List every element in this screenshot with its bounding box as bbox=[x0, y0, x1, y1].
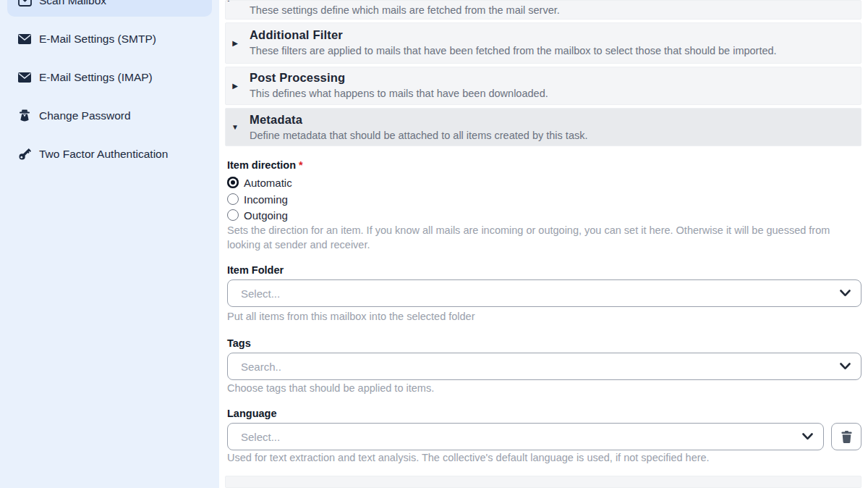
caret-down-icon bbox=[231, 124, 239, 131]
sidebar-item-label: Scan Mailbox bbox=[39, 0, 106, 7]
envelope-icon bbox=[17, 34, 32, 44]
clear-language-button[interactable] bbox=[831, 423, 861, 450]
caret-col bbox=[226, 1, 244, 19]
radio-label: Incoming bbox=[244, 193, 288, 206]
section-description: These settings define which mails are fe… bbox=[250, 3, 861, 17]
language-select[interactable]: Select... bbox=[227, 423, 824, 450]
mail-check-icon bbox=[17, 0, 32, 7]
caret-right-icon bbox=[228, 0, 234, 2]
section-post-processing[interactable]: Post Processing This defines what happen… bbox=[225, 67, 861, 105]
sidebar-item-label: Two Factor Authentication bbox=[39, 148, 168, 161]
scan-mailbox-settings-page: Scan Mailbox E-Mail Settings (SMTP) E-Ma… bbox=[0, 0, 868, 488]
envelope-icon bbox=[17, 72, 32, 83]
required-marker: * bbox=[299, 159, 303, 171]
section-mail-fetch[interactable]: These settings define which mails are fe… bbox=[225, 0, 861, 20]
key-icon bbox=[17, 148, 32, 160]
section-description: Define metadata that should be attached … bbox=[250, 128, 861, 143]
caret-right-icon bbox=[232, 40, 238, 47]
section-metadata[interactable]: Metadata Define metadata that should be … bbox=[225, 108, 861, 146]
sidebar-item-scan-mailbox[interactable]: Scan Mailbox bbox=[7, 0, 212, 17]
radio-circle-checked[interactable] bbox=[227, 177, 239, 188]
next-section-partial[interactable] bbox=[225, 476, 861, 488]
item-folder-help: Put all items from this mailbox into the… bbox=[227, 310, 863, 324]
sidebar-item-label: E-Mail Settings (IMAP) bbox=[39, 71, 153, 84]
select-placeholder: Select... bbox=[241, 287, 840, 300]
sidebar-item-email-settings-smtp[interactable]: E-Mail Settings (SMTP) bbox=[7, 22, 212, 55]
trash-icon bbox=[841, 431, 852, 443]
select-placeholder: Select... bbox=[241, 431, 802, 443]
radio-outgoing[interactable]: Outgoing bbox=[227, 209, 288, 222]
tags-label: Tags bbox=[227, 337, 251, 349]
chevron-down-icon bbox=[840, 290, 851, 297]
radio-circle[interactable] bbox=[227, 209, 239, 221]
radio-label: Outgoing bbox=[244, 209, 288, 222]
radio-label: Automatic bbox=[244, 177, 292, 189]
radio-automatic[interactable]: Automatic bbox=[227, 176, 292, 189]
item-direction-label: Item direction* bbox=[227, 159, 303, 171]
item-folder-select[interactable]: Select... bbox=[227, 279, 861, 307]
sidebar-item-email-settings-imap[interactable]: E-Mail Settings (IMAP) bbox=[7, 61, 212, 93]
user-secret-icon bbox=[17, 109, 32, 122]
section-title: Additional Filter bbox=[250, 28, 861, 43]
tags-select[interactable]: Search.. bbox=[227, 353, 861, 380]
sidebar-item-label: E-Mail Settings (SMTP) bbox=[39, 33, 156, 46]
caret-right-icon bbox=[232, 83, 238, 90]
sidebar-item-change-password[interactable]: Change Password bbox=[7, 99, 212, 132]
section-title: Post Processing bbox=[250, 70, 861, 85]
radio-incoming[interactable]: Incoming bbox=[227, 193, 288, 206]
chevron-down-icon bbox=[840, 363, 851, 370]
language-label: Language bbox=[227, 408, 276, 419]
language-help: Used for text extraction and text analys… bbox=[227, 451, 863, 466]
tags-help: Choose tags that should be applied to it… bbox=[227, 382, 863, 396]
sidebar-item-label: Change Password bbox=[39, 109, 131, 122]
section-additional-filter[interactable]: Additional Filter These filters are appl… bbox=[225, 22, 861, 64]
section-description: This defines what happens to mails that … bbox=[250, 86, 861, 101]
radio-circle[interactable] bbox=[227, 193, 239, 205]
select-placeholder: Search.. bbox=[241, 361, 840, 373]
section-description: These filters are applied to mails that … bbox=[250, 43, 861, 58]
sidebar: Scan Mailbox E-Mail Settings (SMTP) E-Ma… bbox=[0, 0, 219, 488]
item-direction-help: Sets the direction for an item. If you k… bbox=[227, 224, 863, 252]
chevron-down-icon bbox=[802, 433, 813, 440]
sidebar-item-two-factor-auth[interactable]: Two Factor Authentication bbox=[7, 138, 212, 170]
section-title: Metadata bbox=[250, 112, 861, 127]
settings-content: These settings define which mails are fe… bbox=[225, 0, 861, 488]
item-folder-label: Item Folder bbox=[227, 264, 284, 276]
